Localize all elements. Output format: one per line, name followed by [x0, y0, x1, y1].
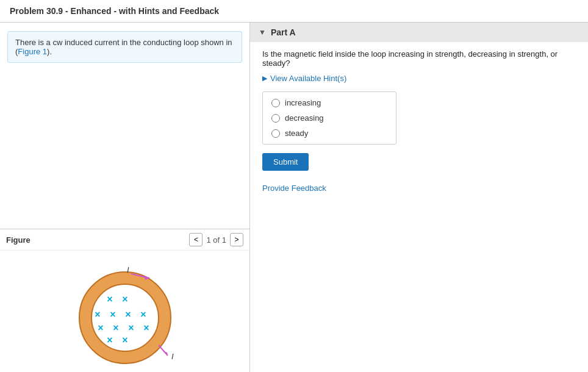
svg-text:×: ×	[122, 294, 127, 304]
svg-text:×: ×	[140, 309, 146, 320]
options-box: increasing decreasing steady	[262, 91, 396, 145]
figure-header: Figure < 1 of 1 >	[0, 229, 249, 251]
option-decreasing-label: decreasing	[285, 113, 324, 123]
figure-next-button[interactable]: >	[230, 233, 243, 246]
provide-feedback-link[interactable]: Provide Feedback	[262, 184, 326, 193]
collapse-arrow-icon[interactable]: ▼	[259, 28, 266, 37]
svg-text:×: ×	[113, 323, 118, 333]
right-panel: ▼ Part A Is the magnetic field inside th…	[250, 23, 588, 372]
hint-arrow-icon: ▶	[262, 74, 267, 82]
svg-text:×: ×	[107, 335, 112, 345]
svg-text:×: ×	[107, 294, 112, 304]
question-text: Is the magnetic field inside the loop in…	[262, 49, 576, 68]
figure-label: Figure	[6, 235, 30, 245]
part-a-content: Is the magnetic field inside the loop in…	[250, 49, 588, 193]
radio-steady[interactable]	[271, 129, 280, 138]
info-text-after: ).	[47, 47, 52, 56]
figure-nav: < 1 of 1 >	[189, 233, 243, 246]
option-steady[interactable]: steady	[271, 129, 387, 138]
svg-text:×: ×	[98, 323, 103, 333]
part-a-label: Part A	[271, 27, 296, 37]
radio-decreasing[interactable]	[271, 114, 280, 123]
figure-svg: × × × × × × × × × × × ×	[64, 257, 186, 367]
figure-prev-button[interactable]: <	[189, 233, 203, 246]
left-panel: There is a cw induced current in the con…	[0, 23, 250, 372]
svg-text:I: I	[171, 352, 174, 361]
figure-image-area: × × × × × × × × × × × ×	[0, 251, 249, 372]
page-title: Problem 30.9 - Enhanced - with Hints and…	[0, 0, 588, 23]
radio-increasing[interactable]	[271, 99, 280, 107]
option-decreasing[interactable]: decreasing	[271, 113, 387, 123]
svg-text:×: ×	[122, 335, 127, 345]
option-steady-label: steady	[285, 129, 308, 138]
submit-button[interactable]: Submit	[262, 153, 309, 171]
svg-text:×: ×	[110, 309, 115, 320]
svg-text:×: ×	[128, 323, 134, 333]
hint-label: View Available Hint(s)	[270, 74, 346, 83]
svg-text:I: I	[127, 265, 129, 274]
option-increasing[interactable]: increasing	[271, 98, 387, 107]
figure1-link[interactable]: Figure 1	[18, 47, 47, 56]
option-increasing-label: increasing	[285, 98, 321, 107]
svg-text:×: ×	[95, 309, 100, 320]
figure-section: Figure < 1 of 1 > × ×	[0, 229, 249, 372]
part-a-header: ▼ Part A	[250, 23, 588, 42]
info-box: There is a cw induced current in the con…	[7, 31, 242, 63]
svg-text:×: ×	[125, 309, 131, 320]
svg-text:×: ×	[143, 323, 149, 333]
hint-link[interactable]: ▶ View Available Hint(s)	[262, 74, 576, 83]
figure-nav-label: 1 of 1	[206, 235, 226, 245]
